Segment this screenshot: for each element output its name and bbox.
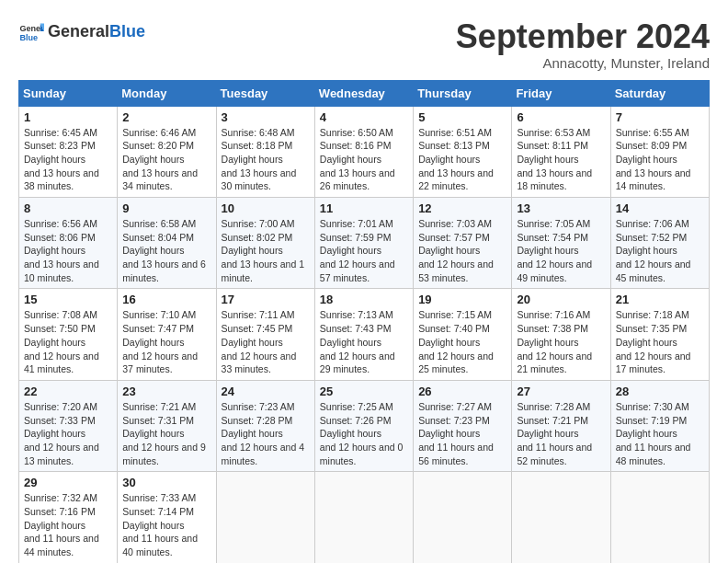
weekday-header-saturday: Saturday	[610, 80, 709, 106]
sunrise-label: Sunrise: 7:05 AM	[517, 218, 590, 229]
daylight-label: Daylight hours	[122, 520, 184, 531]
calendar-day-cell	[414, 472, 512, 563]
calendar-day-cell: 17 Sunrise: 7:11 AM Sunset: 7:45 PM Dayl…	[216, 289, 314, 380]
day-info: Sunrise: 7:05 AM Sunset: 7:54 PM Dayligh…	[517, 217, 605, 284]
sunrise-label: Sunrise: 7:20 AM	[24, 401, 97, 412]
sunrise-label: Sunrise: 6:46 AM	[122, 127, 196, 138]
daylight-label: Daylight hours	[222, 337, 283, 348]
sunrise-label: Sunrise: 7:03 AM	[418, 218, 492, 229]
day-number: 25	[320, 385, 408, 398]
daylight-value: and 12 hours and 9 minutes.	[122, 442, 206, 466]
logo-icon: General Blue	[18, 18, 44, 44]
calendar-day-cell: 26 Sunrise: 7:27 AM Sunset: 7:23 PM Dayl…	[414, 380, 512, 471]
daylight-value: and 13 hours and 34 minutes.	[122, 167, 198, 192]
day-info: Sunrise: 7:33 AM Sunset: 7:14 PM Dayligh…	[122, 491, 210, 558]
calendar-day-cell: 5 Sunrise: 6:51 AM Sunset: 8:13 PM Dayli…	[414, 106, 512, 197]
sunset-label: Sunset: 7:45 PM	[222, 323, 293, 334]
calendar-day-cell: 3 Sunrise: 6:48 AM Sunset: 8:18 PM Dayli…	[216, 106, 314, 197]
sunrise-label: Sunrise: 6:56 AM	[24, 218, 97, 229]
daylight-value: and 12 hours and 4 minutes.	[222, 442, 305, 466]
daylight-label: Daylight hours	[517, 154, 578, 165]
sunrise-label: Sunrise: 7:27 AM	[418, 401, 492, 412]
daylight-label: Daylight hours	[24, 154, 85, 165]
calendar-day-cell: 25 Sunrise: 7:25 AM Sunset: 7:26 PM Dayl…	[314, 380, 413, 471]
calendar-day-cell: 4 Sunrise: 6:50 AM Sunset: 8:16 PM Dayli…	[314, 106, 413, 197]
sunset-label: Sunset: 7:14 PM	[122, 506, 194, 517]
sunrise-label: Sunrise: 7:13 AM	[320, 309, 393, 320]
calendar-day-cell: 20 Sunrise: 7:16 AM Sunset: 7:38 PM Dayl…	[512, 289, 610, 380]
sunset-label: Sunset: 7:50 PM	[24, 323, 96, 334]
day-info: Sunrise: 7:28 AM Sunset: 7:21 PM Dayligh…	[517, 400, 605, 467]
day-number: 20	[517, 293, 605, 306]
day-number: 4	[320, 110, 408, 124]
day-info: Sunrise: 6:46 AM Sunset: 8:20 PM Dayligh…	[122, 126, 210, 193]
day-info: Sunrise: 7:27 AM Sunset: 7:23 PM Dayligh…	[418, 400, 506, 467]
day-info: Sunrise: 7:03 AM Sunset: 7:57 PM Dayligh…	[418, 217, 506, 284]
day-info: Sunrise: 6:58 AM Sunset: 8:04 PM Dayligh…	[122, 217, 210, 284]
calendar-day-cell: 1 Sunrise: 6:45 AM Sunset: 8:23 PM Dayli…	[19, 106, 118, 197]
day-info: Sunrise: 7:15 AM Sunset: 7:40 PM Dayligh…	[418, 308, 506, 375]
day-number: 27	[517, 385, 605, 398]
day-number: 3	[222, 110, 310, 124]
sunrise-label: Sunrise: 7:25 AM	[320, 401, 393, 412]
daylight-label: Daylight hours	[122, 428, 184, 439]
day-number: 5	[418, 110, 506, 124]
daylight-value: and 12 hours and 13 minutes.	[24, 442, 99, 466]
sunset-label: Sunset: 8:04 PM	[122, 232, 194, 243]
daylight-value: and 12 hours and 37 minutes.	[122, 350, 198, 375]
sunset-label: Sunset: 7:57 PM	[418, 232, 490, 243]
daylight-value: and 13 hours and 38 minutes.	[24, 167, 99, 192]
sunset-label: Sunset: 8:18 PM	[222, 140, 293, 151]
calendar-day-cell: 15 Sunrise: 7:08 AM Sunset: 7:50 PM Dayl…	[19, 289, 118, 380]
day-info: Sunrise: 7:11 AM Sunset: 7:45 PM Dayligh…	[222, 308, 310, 375]
sunset-label: Sunset: 8:16 PM	[320, 140, 392, 151]
sunset-label: Sunset: 8:13 PM	[418, 140, 490, 151]
sunrise-label: Sunrise: 7:00 AM	[222, 218, 295, 229]
calendar-day-cell	[610, 472, 709, 563]
calendar-day-cell	[314, 472, 413, 563]
day-number: 18	[320, 293, 408, 306]
day-info: Sunrise: 7:18 AM Sunset: 7:35 PM Dayligh…	[616, 308, 704, 375]
day-info: Sunrise: 6:55 AM Sunset: 8:09 PM Dayligh…	[616, 126, 704, 193]
daylight-value: and 13 hours and 30 minutes.	[222, 167, 297, 192]
sunset-label: Sunset: 7:19 PM	[616, 415, 688, 426]
daylight-value: and 13 hours and 14 minutes.	[616, 167, 691, 192]
daylight-value: and 11 hours and 40 minutes.	[122, 533, 198, 557]
daylight-label: Daylight hours	[616, 154, 677, 165]
weekday-header-wednesday: Wednesday	[314, 80, 413, 106]
day-info: Sunrise: 7:30 AM Sunset: 7:19 PM Dayligh…	[616, 400, 704, 467]
day-number: 10	[222, 201, 310, 215]
daylight-label: Daylight hours	[222, 245, 283, 256]
daylight-label: Daylight hours	[24, 337, 85, 348]
sunrise-label: Sunrise: 7:10 AM	[122, 309, 196, 320]
day-number: 15	[24, 293, 112, 306]
sunset-label: Sunset: 8:11 PM	[517, 140, 588, 151]
calendar-week-row: 29 Sunrise: 7:32 AM Sunset: 7:16 PM Dayl…	[19, 472, 710, 563]
day-info: Sunrise: 7:13 AM Sunset: 7:43 PM Dayligh…	[320, 308, 408, 375]
day-info: Sunrise: 7:23 AM Sunset: 7:28 PM Dayligh…	[222, 400, 310, 467]
logo: General Blue General Blue	[18, 18, 145, 44]
sunrise-label: Sunrise: 7:18 AM	[616, 309, 689, 320]
daylight-value: and 13 hours and 10 minutes.	[24, 259, 99, 283]
svg-text:Blue: Blue	[19, 33, 38, 42]
sunrise-label: Sunrise: 6:50 AM	[320, 127, 393, 138]
day-number: 13	[517, 201, 605, 215]
sunset-label: Sunset: 7:23 PM	[418, 415, 490, 426]
calendar-day-cell	[216, 472, 314, 563]
weekday-header-monday: Monday	[118, 80, 216, 106]
calendar-day-cell: 18 Sunrise: 7:13 AM Sunset: 7:43 PM Dayl…	[314, 289, 413, 380]
day-info: Sunrise: 6:51 AM Sunset: 8:13 PM Dayligh…	[418, 126, 506, 193]
daylight-label: Daylight hours	[320, 245, 381, 256]
daylight-label: Daylight hours	[616, 245, 677, 256]
weekday-header-friday: Friday	[512, 80, 610, 106]
daylight-label: Daylight hours	[418, 337, 480, 348]
calendar-day-cell: 13 Sunrise: 7:05 AM Sunset: 7:54 PM Dayl…	[512, 198, 610, 289]
sunset-label: Sunset: 7:54 PM	[517, 232, 588, 243]
sunrise-label: Sunrise: 7:06 AM	[616, 218, 689, 229]
daylight-label: Daylight hours	[517, 337, 578, 348]
daylight-label: Daylight hours	[418, 428, 480, 439]
sunset-label: Sunset: 7:26 PM	[320, 415, 392, 426]
daylight-value: and 12 hours and 25 minutes.	[418, 350, 494, 375]
calendar-day-cell	[512, 472, 610, 563]
day-number: 23	[122, 385, 210, 398]
